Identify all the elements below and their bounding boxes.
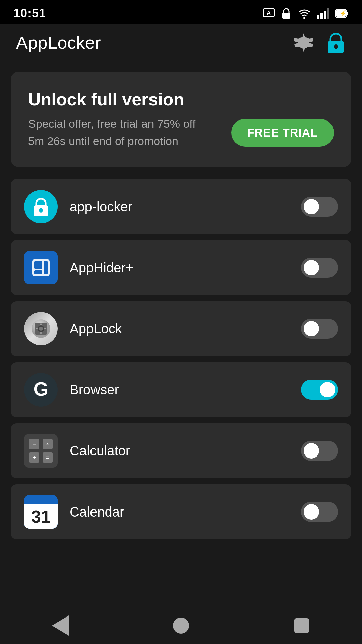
applock-inner bbox=[24, 312, 58, 345]
list-item: AppHider+ bbox=[11, 240, 351, 295]
svg-rect-19 bbox=[34, 270, 42, 274]
list-item: − ÷ + = Calculator bbox=[11, 423, 351, 478]
bottom-nav bbox=[0, 607, 362, 644]
home-icon bbox=[173, 618, 189, 634]
toggle-calendar[interactable] bbox=[301, 502, 338, 522]
app-icon-apphider bbox=[24, 251, 58, 284]
status-time: 10:51 bbox=[13, 6, 46, 20]
toggle-thumb bbox=[304, 321, 319, 336]
svg-rect-4 bbox=[317, 15, 319, 19]
toggle-applocker[interactable] bbox=[301, 197, 338, 217]
signal-icon bbox=[317, 7, 329, 19]
promo-bottom-row: Special offer, free trial an 75% off 5m … bbox=[28, 115, 334, 150]
list-item: 31 Calendar bbox=[11, 484, 351, 539]
list-item: G Browser bbox=[11, 362, 351, 417]
app-name-calculator: Calculator bbox=[70, 443, 289, 459]
app-name-browser: Browser bbox=[70, 382, 289, 397]
svg-rect-25 bbox=[40, 323, 42, 325]
status-lock-icon bbox=[281, 7, 292, 19]
app-name-applock: AppLock bbox=[70, 321, 289, 336]
status-bar: 10:51 A ⚡ bbox=[0, 0, 362, 24]
main-content: Unlock full version Special offer, free … bbox=[0, 61, 362, 607]
list-item: app-locker bbox=[11, 179, 351, 234]
promo-title: Unlock full version bbox=[28, 89, 334, 109]
svg-rect-18 bbox=[34, 261, 42, 269]
svg-text:=: = bbox=[46, 454, 50, 461]
back-icon bbox=[52, 615, 69, 636]
svg-rect-7 bbox=[327, 8, 329, 19]
svg-rect-20 bbox=[44, 261, 48, 274]
recents-button[interactable] bbox=[285, 609, 318, 642]
text-a-icon: A bbox=[263, 7, 275, 19]
app-name-calendar: Calendar bbox=[70, 504, 289, 520]
app-icon-browser: G bbox=[24, 373, 58, 407]
svg-rect-14 bbox=[334, 44, 338, 49]
app-icon-calendar: 31 bbox=[24, 495, 58, 529]
toggle-applock[interactable] bbox=[301, 319, 338, 339]
toggle-browser[interactable] bbox=[301, 380, 338, 400]
svg-point-24 bbox=[39, 327, 43, 331]
promo-card: Unlock full version Special offer, free … bbox=[11, 72, 351, 167]
app-name-apphider: AppHider+ bbox=[70, 260, 289, 275]
svg-rect-16 bbox=[39, 208, 43, 213]
svg-rect-26 bbox=[40, 332, 42, 334]
toggle-thumb bbox=[304, 504, 319, 520]
svg-rect-2 bbox=[282, 13, 290, 19]
svg-text:+: + bbox=[32, 454, 36, 461]
toggle-thumb bbox=[304, 260, 319, 275]
toggle-thumb bbox=[304, 199, 319, 214]
toggle-thumb bbox=[320, 382, 335, 397]
svg-rect-5 bbox=[320, 13, 323, 19]
wifi-icon bbox=[298, 7, 311, 19]
home-button[interactable] bbox=[164, 609, 198, 642]
app-list: app-locker AppHider+ bbox=[11, 179, 351, 545]
lock-icon[interactable] bbox=[326, 32, 346, 54]
promo-subtitle: Special offer, free trial an 75% off 5m … bbox=[28, 115, 196, 150]
app-icon-applocker bbox=[24, 190, 58, 223]
app-bar: AppLocker bbox=[0, 24, 362, 61]
svg-text:G: G bbox=[33, 378, 48, 400]
svg-rect-6 bbox=[324, 11, 326, 19]
svg-point-3 bbox=[303, 17, 305, 19]
status-icons: A ⚡ bbox=[263, 7, 349, 19]
app-icon-calculator: − ÷ + = bbox=[24, 434, 58, 468]
svg-rect-27 bbox=[36, 328, 38, 329]
toggle-thumb bbox=[304, 443, 319, 459]
svg-text:⚡: ⚡ bbox=[340, 10, 347, 16]
app-name-applocker: app-locker bbox=[70, 199, 289, 214]
svg-text:A: A bbox=[267, 10, 271, 16]
svg-text:31: 31 bbox=[31, 507, 51, 526]
battery-icon: ⚡ bbox=[335, 7, 349, 19]
svg-rect-28 bbox=[44, 328, 46, 329]
back-button[interactable] bbox=[44, 609, 77, 642]
gear-icon[interactable] bbox=[294, 33, 314, 53]
toggle-calculator[interactable] bbox=[301, 441, 338, 461]
list-item: AppLock bbox=[11, 301, 351, 356]
app-title: AppLocker bbox=[16, 33, 101, 53]
recents-icon bbox=[294, 618, 309, 633]
svg-rect-41 bbox=[24, 495, 58, 505]
free-trial-button[interactable]: FREE TRIAL bbox=[231, 119, 334, 147]
app-icon-applock bbox=[24, 312, 58, 345]
svg-text:−: − bbox=[32, 441, 36, 448]
toggle-apphider[interactable] bbox=[301, 258, 338, 278]
svg-text:÷: ÷ bbox=[46, 441, 50, 448]
app-bar-icons bbox=[294, 32, 346, 54]
